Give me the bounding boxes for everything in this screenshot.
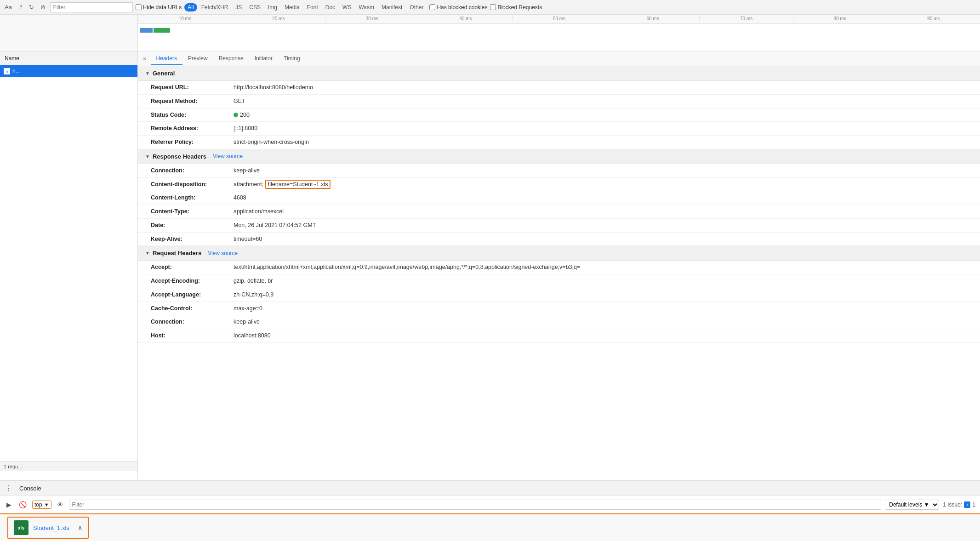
filter-tab-fetch-xhr[interactable]: Fetch/XHR <box>198 3 232 11</box>
req-header-connection: Connection: keep-alive <box>138 315 980 329</box>
timeline-bar-area <box>138 24 980 51</box>
has-blocked-cookies-label: Has blocked cookies <box>429 4 487 11</box>
triangle-icon-3: ▼ <box>145 251 150 256</box>
tick-90ms: 90 ms <box>887 16 980 21</box>
tick-20ms: 20 ms <box>232 16 325 21</box>
tab-timing[interactable]: Timing <box>278 52 306 65</box>
console-filter-input[interactable] <box>69 500 882 510</box>
hide-data-urls-checkbox[interactable] <box>136 4 142 10</box>
filter-tab-manifest[interactable]: Manifest <box>378 3 405 11</box>
tick-70ms: 70 ms <box>699 16 793 21</box>
tab-headers[interactable]: Headers <box>151 52 182 65</box>
download-bar: xls Student_1.xls ∧ <box>0 513 980 541</box>
tick-40ms: 40 ms <box>419 16 513 21</box>
filter-tab-wasm[interactable]: Wasm <box>355 3 377 11</box>
tick-80ms: 80 ms <box>793 16 887 21</box>
response-view-source-link[interactable]: View source <box>213 153 243 159</box>
tick-50ms: 50 ms <box>512 16 606 21</box>
response-headers-section-header: ▼ Response Headers View source <box>138 149 980 164</box>
req-header-host: Host: localhost:8080 <box>138 329 980 343</box>
resp-header-content-type: Content-Type: application/msexcel <box>138 205 980 219</box>
tick-30ms: 30 ms <box>325 16 419 21</box>
download-item-wrapper: xls Student_1.xls ∧ <box>7 517 89 539</box>
filter-tab-js[interactable]: JS <box>232 3 245 11</box>
general-section-header: ▼ General <box>138 66 980 81</box>
download-file-icon: xls <box>14 520 28 535</box>
status-green-dot <box>234 113 238 117</box>
triangle-icon: ▼ <box>145 71 150 76</box>
req-header-cache-control: Cache-Control: max-age=0 <box>138 302 980 316</box>
filter-input[interactable] <box>50 2 133 12</box>
tab-preview[interactable]: Preview <box>182 52 213 65</box>
request-list: Name h h... 1 requ... <box>0 15 138 480</box>
req-header-accept-encoding: Accept-Encoding: gzip, deflate, br <box>138 274 980 288</box>
detail-panel: ▼ General Request URL: http://localhost:… <box>138 66 980 480</box>
general-request-method-row: Request Method: GET <box>138 95 980 108</box>
clear-button[interactable]: ⊘ <box>39 3 47 11</box>
req-header-accept: Accept: text/html,application/xhtml+xml,… <box>138 261 980 274</box>
hide-data-urls-label: Hide data URLs <box>136 4 182 11</box>
console-tab-label[interactable]: Console <box>16 483 45 494</box>
request-view-source-link[interactable]: View source <box>208 250 238 256</box>
detail-tabs: × Headers Preview Response Initiator Tim… <box>138 51 980 66</box>
request-headers-section-header: ▼ Request Headers View source <box>138 246 980 261</box>
headers-content: ▼ General Request URL: http://localhost:… <box>138 66 980 343</box>
resp-header-content-disposition: Content-disposition: attachment; filenam… <box>138 178 980 192</box>
issue-badge: 1 Issue: i 1 <box>943 501 975 508</box>
blocked-requests-checkbox[interactable] <box>490 4 496 10</box>
console-bar: ⋮ Console <box>0 480 980 495</box>
general-referrer-policy-row: Referrer Policy: strict-origin-when-cros… <box>138 136 980 149</box>
filter-tab-doc[interactable]: Doc <box>322 3 338 11</box>
request-item-icon: h <box>4 68 10 74</box>
filter-tabs: All Fetch/XHR JS CSS Img Media Font Doc … <box>184 3 427 11</box>
resp-header-date: Date: Mon, 26 Jul 2021 07:04:52 GMT <box>138 219 980 233</box>
close-tab-button[interactable]: × <box>141 54 149 63</box>
triangle-icon-2: ▼ <box>145 154 150 159</box>
general-remote-address-row: Remote Address: [::1]:8080 <box>138 122 980 136</box>
filter-tab-other[interactable]: Other <box>406 3 427 11</box>
filename-highlight: filename=Student~1.xls <box>265 180 331 189</box>
filter-tab-img[interactable]: Img <box>265 3 280 11</box>
download-filename[interactable]: Student_1.xls <box>33 524 69 531</box>
eye-button[interactable]: 👁 <box>55 500 65 509</box>
filter-tab-ws[interactable]: WS <box>339 3 354 11</box>
filter-tab-all[interactable]: All <box>184 3 197 11</box>
chevron-icon[interactable]: ∧ <box>78 524 82 531</box>
devtools-toolbar: Aa .* ↻ ⊘ Hide data URLs All Fetch/XHR J… <box>0 0 980 15</box>
bar-green <box>154 28 170 33</box>
top-dropdown-icon[interactable]: ▼ <box>44 502 49 507</box>
requests-count: 1 requ... <box>4 464 22 469</box>
issue-icon: i <box>964 501 970 508</box>
resp-header-content-length: Content-Length: 4608 <box>138 191 980 205</box>
default-levels-select[interactable]: Default levels ▼ <box>885 500 939 510</box>
bar-blue <box>140 28 153 33</box>
cursor-button[interactable]: .* <box>17 3 24 11</box>
refresh-button[interactable]: ↻ <box>27 3 36 11</box>
blocked-requests-label: Blocked Requests <box>490 4 542 11</box>
request-item[interactable]: h h... <box>0 65 137 77</box>
timeline-ruler: 10 ms 20 ms 30 ms 40 ms 50 ms 60 ms 70 m… <box>138 15 980 24</box>
resp-header-connection: Connection: keep-alive <box>138 164 980 178</box>
play-button[interactable]: ▶ <box>5 500 13 509</box>
tab-initiator[interactable]: Initiator <box>249 52 278 65</box>
ban-button[interactable]: 🚫 <box>17 500 28 509</box>
general-request-url-row: Request URL: http://localhost:8080/hello… <box>138 81 980 95</box>
timeline-area: 10 ms 20 ms 30 ms 40 ms 50 ms 60 ms 70 m… <box>138 15 980 51</box>
filter-tab-font[interactable]: Font <box>304 3 321 11</box>
tick-60ms: 60 ms <box>606 16 700 21</box>
console-input-bar: ▶ 🚫 top ▼ 👁 Default levels ▼ 1 Issue: i … <box>0 495 980 513</box>
tick-10ms: 10 ms <box>138 16 232 21</box>
request-list-header: Name <box>0 51 137 65</box>
general-status-code-row: Status Code: 200 <box>138 108 980 122</box>
timeline-bar <box>140 28 170 32</box>
filter-tab-css[interactable]: CSS <box>246 3 264 11</box>
has-blocked-cookies-checkbox[interactable] <box>429 4 435 10</box>
filter-tab-media[interactable]: Media <box>281 3 303 11</box>
resp-header-keep-alive: Keep-Alive: timeout=60 <box>138 233 980 246</box>
tab-response[interactable]: Response <box>213 52 249 65</box>
top-label: top <box>34 501 42 508</box>
top-select-wrapper: top ▼ <box>32 501 51 509</box>
aa-button[interactable]: Aa <box>3 3 14 11</box>
req-header-accept-language: Accept-Language: zh-CN,zh;q=0.9 <box>138 288 980 302</box>
dots-icon[interactable]: ⋮ <box>5 484 12 493</box>
